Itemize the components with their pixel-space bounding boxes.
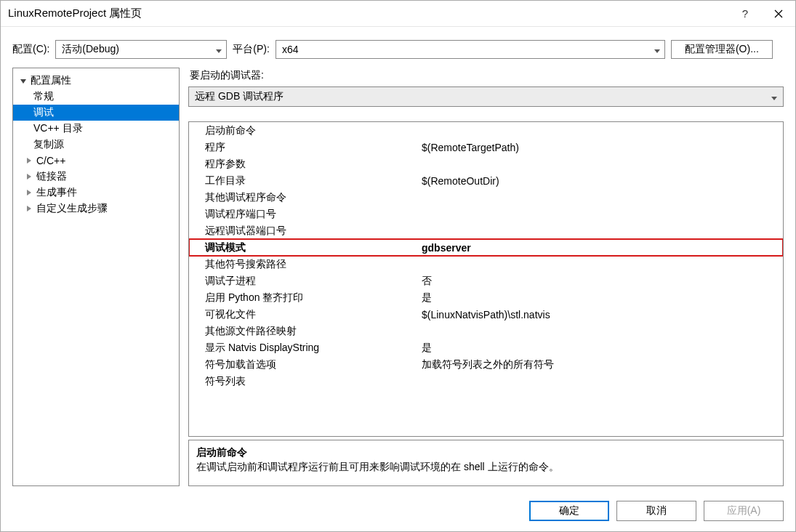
chevron-down-icon — [654, 44, 660, 55]
title-bar: LinuxRemoteProject 属性页 ? — [1, 1, 795, 27]
property-name: 工作目录 — [189, 174, 422, 188]
property-name: 调试程序端口号 — [189, 208, 422, 221]
property-row[interactable]: 程序参数 — [189, 156, 783, 172]
property-value[interactable]: 是 — [422, 342, 783, 355]
property-value[interactable]: 是 — [422, 291, 783, 305]
property-value[interactable]: 否 — [422, 275, 783, 288]
property-name: 调试子进程 — [189, 275, 422, 288]
property-row[interactable]: 显示 Natvis DisplayString是 — [189, 339, 783, 356]
ok-button[interactable]: 确定 — [529, 501, 609, 521]
config-combo[interactable]: 活动(Debug) — [55, 40, 227, 59]
property-row[interactable]: 启用 Python 整齐打印是 — [189, 289, 783, 306]
category-tree[interactable]: 配置属性 常规调试VC++ 目录复制源C/C++链接器生成事件自定义生成步骤 — [12, 68, 180, 486]
property-name: 显示 Natvis DisplayString — [189, 342, 422, 355]
property-name: 启用 Python 整齐打印 — [189, 291, 422, 305]
platform-combo[interactable]: x64 — [276, 40, 665, 59]
right-panel: 要启动的调试器: 远程 GDB 调试程序 启动前命令程序$(RemoteTarg… — [188, 68, 784, 486]
help-icon: ? — [742, 7, 748, 20]
tree-item-label: 常规 — [33, 90, 54, 103]
expander-closed-icon[interactable] — [25, 172, 33, 181]
property-pages-dialog: LinuxRemoteProject 属性页 ? 配置(C): 活动(Debug… — [0, 0, 796, 532]
expander-closed-icon[interactable] — [25, 204, 33, 213]
tree-item[interactable]: VC++ 目录 — [13, 121, 179, 137]
property-row[interactable]: 符号列表 — [189, 373, 783, 390]
platform-label: 平台(P): — [233, 43, 270, 56]
property-value[interactable]: 加载符号列表之外的所有符号 — [422, 358, 783, 371]
property-row[interactable]: 可视化文件$(LinuxNatvisPath)\stl.natvis — [189, 306, 783, 323]
tree-item-label: VC++ 目录 — [33, 122, 83, 135]
ok-label: 确定 — [559, 504, 579, 517]
tree-item[interactable]: C/C++ — [13, 153, 179, 169]
property-row[interactable]: 远程调试器端口号 — [189, 222, 783, 239]
property-name: 其他符号搜索路径 — [189, 258, 422, 271]
property-grid[interactable]: 启动前命令程序$(RemoteTargetPath)程序参数工作目录$(Remo… — [188, 121, 784, 437]
config-label: 配置(C): — [12, 43, 49, 56]
tree-item[interactable]: 调试 — [13, 105, 179, 121]
chevron-down-icon — [771, 91, 777, 102]
tree-item-label: 自定义生成步骤 — [36, 202, 108, 215]
tree-item[interactable]: 生成事件 — [13, 185, 179, 201]
property-name: 其他源文件路径映射 — [189, 325, 422, 338]
apply-label: 应用(A) — [727, 504, 761, 517]
tree-item[interactable]: 复制源 — [13, 137, 179, 153]
description-title: 启动前命令 — [196, 446, 776, 459]
debugger-combo[interactable]: 远程 GDB 调试程序 — [188, 86, 784, 107]
property-name: 程序 — [189, 141, 422, 154]
property-row[interactable]: 符号加载首选项加载符号列表之外的所有符号 — [189, 356, 783, 373]
property-row[interactable]: 其他调试程序命令 — [189, 189, 783, 206]
window-title: LinuxRemoteProject 属性页 — [8, 7, 142, 20]
property-row[interactable]: 工作目录$(RemoteOutDir) — [189, 172, 783, 189]
property-row[interactable]: 调试模式gdbserver — [189, 239, 783, 256]
top-controls: 配置(C): 活动(Debug) 平台(P): x64 配置管理器(O)... — [1, 27, 795, 68]
tree-item[interactable]: 常规 — [13, 89, 179, 105]
tree-root-label: 配置属性 — [31, 74, 71, 87]
property-name: 程序参数 — [189, 158, 422, 171]
property-name: 启动前命令 — [189, 124, 422, 137]
chevron-down-icon — [216, 44, 222, 55]
property-name: 远程调试器端口号 — [189, 225, 422, 238]
apply-button[interactable]: 应用(A) — [704, 501, 784, 521]
config-manager-button[interactable]: 配置管理器(O)... — [671, 40, 773, 59]
tree-item-label: 生成事件 — [36, 186, 77, 199]
config-manager-label: 配置管理器(O)... — [685, 43, 759, 56]
description-box: 启动前命令 在调试启动前和调试程序运行前且可用来影响调试环境的在 shell 上… — [188, 440, 784, 486]
property-row[interactable]: 启动前命令 — [189, 122, 783, 139]
main-area: 配置属性 常规调试VC++ 目录复制源C/C++链接器生成事件自定义生成步骤 要… — [1, 68, 795, 493]
debugger-to-launch-label: 要启动的调试器: — [190, 69, 784, 82]
tree-item-label: 复制源 — [33, 138, 64, 151]
property-name: 符号列表 — [189, 375, 422, 388]
property-value[interactable]: $(RemoteTargetPath) — [422, 142, 783, 153]
property-value[interactable]: $(LinuxNatvisPath)\stl.natvis — [422, 309, 783, 321]
property-row[interactable]: 程序$(RemoteTargetPath) — [189, 139, 783, 156]
dialog-buttons: 确定 取消 应用(A) — [1, 493, 795, 531]
property-row[interactable]: 调试程序端口号 — [189, 206, 783, 222]
tree-item[interactable]: 自定义生成步骤 — [13, 201, 179, 217]
description-body: 在调试启动前和调试程序运行前且可用来影响调试环境的在 shell 上运行的命令。 — [196, 461, 776, 474]
tree-item-label: C/C++ — [36, 155, 65, 166]
expander-closed-icon[interactable] — [25, 188, 33, 197]
property-name: 其他调试程序命令 — [189, 191, 422, 204]
debugger-combo-value: 远程 GDB 调试程序 — [195, 90, 284, 103]
property-value[interactable]: $(RemoteOutDir) — [422, 175, 783, 187]
platform-combo-value: x64 — [282, 44, 650, 55]
close-button[interactable] — [762, 1, 795, 27]
property-name: 调试模式 — [189, 241, 422, 254]
tree-item[interactable]: 链接器 — [13, 169, 179, 185]
tree-root[interactable]: 配置属性 — [13, 73, 179, 89]
property-row[interactable]: 其他符号搜索路径 — [189, 256, 783, 273]
property-row[interactable]: 其他源文件路径映射 — [189, 323, 783, 339]
config-combo-value: 活动(Debug) — [62, 43, 212, 56]
tree-item-label: 调试 — [33, 106, 54, 119]
tree-item-label: 链接器 — [36, 170, 67, 183]
expander-closed-icon[interactable] — [25, 156, 33, 165]
close-icon — [774, 9, 783, 18]
help-button[interactable]: ? — [728, 1, 762, 27]
cancel-label: 取消 — [646, 504, 667, 517]
property-name: 可视化文件 — [189, 308, 422, 321]
cancel-button[interactable]: 取消 — [616, 501, 696, 521]
expander-open-icon[interactable] — [19, 76, 28, 85]
property-name: 符号加载首选项 — [189, 358, 422, 371]
property-row[interactable]: 调试子进程否 — [189, 273, 783, 289]
property-value[interactable]: gdbserver — [422, 242, 783, 254]
